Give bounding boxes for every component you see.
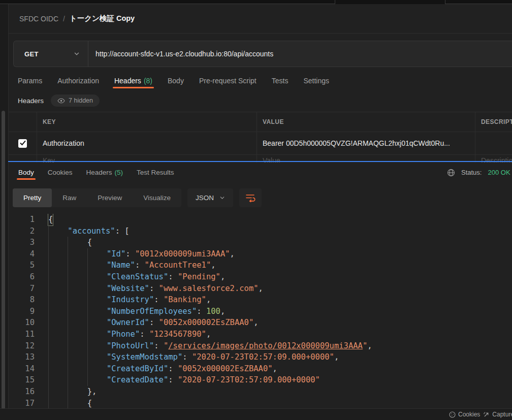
line-number: 5 <box>9 260 35 271</box>
response-tab-test-results[interactable]: Test Results <box>137 165 174 180</box>
response-tab-headers[interactable]: Headers (5) <box>86 165 123 180</box>
code-token: : <box>154 294 164 306</box>
indent-guide <box>48 351 68 363</box>
indent-guide <box>87 329 107 340</box>
code-line: 8"Industry": "Banking", <box>9 294 512 306</box>
cookies-button[interactable]: Cookies <box>449 411 480 418</box>
indent-guide <box>68 294 87 306</box>
code-token: "Industry" <box>107 294 154 306</box>
text-wrap-icon <box>245 193 255 202</box>
hidden-headers-toggle[interactable]: 7 hidden <box>51 94 100 107</box>
tab-settings[interactable]: Settings <box>303 73 329 88</box>
workspace-tab-bar[interactable] <box>0 0 512 4</box>
tab-params[interactable]: Params <box>18 73 42 88</box>
line-number: 1 <box>9 214 35 225</box>
tab-body[interactable]: Body <box>168 73 184 88</box>
header-value-cell[interactable]: Bearer 00D5h000005QVZG!ARMAQGL2hxj01qCWd… <box>257 132 475 154</box>
cookies-label: Cookies <box>458 411 480 418</box>
checkbox-checked[interactable] <box>18 139 27 148</box>
tab-authorization[interactable]: Authorization <box>57 73 99 88</box>
value-column-header: VALUE <box>257 112 475 132</box>
code-token: "2020-07-23T02:57:09.000+0000" <box>178 374 320 386</box>
method-selector[interactable]: GET <box>14 41 88 67</box>
code-token: : <box>168 374 178 386</box>
code-token: , <box>367 340 372 352</box>
indent-guide <box>68 306 87 317</box>
breadcrumb-collection[interactable]: SFDC OIDC <box>19 15 58 23</box>
headers-section-header: Headers 7 hidden <box>18 94 100 107</box>
tab-tests[interactable]: Tests <box>272 73 289 88</box>
code-token: : <box>154 340 164 352</box>
indent-guide <box>68 237 87 248</box>
headers-count-badge: (8) <box>144 77 152 85</box>
line-number: 8 <box>9 294 35 306</box>
status-bar: Cookies Capture requests <box>0 408 512 420</box>
header-description-cell[interactable] <box>475 132 512 154</box>
pane-resize-divider[interactable] <box>8 161 512 162</box>
globe-icon[interactable] <box>447 169 455 177</box>
indent-guide <box>48 283 68 295</box>
indent-guide <box>68 340 87 352</box>
indent-guide <box>87 248 107 260</box>
code-line: 17{ <box>9 398 512 409</box>
indent-guide <box>48 271 68 283</box>
view-pretty[interactable]: Pretty <box>13 188 52 207</box>
code-token: " <box>363 340 367 352</box>
format-label: JSON <box>196 194 214 202</box>
request-title[interactable]: トークン検証 Copy <box>70 14 135 23</box>
code-token: : <box>168 363 178 375</box>
line-number: 14 <box>9 363 35 375</box>
status-label: Status: <box>461 169 482 176</box>
line-number: 2 <box>9 225 35 237</box>
code-line: 13"SystemModstamp": "2020-07-23T02:57:09… <box>9 351 512 363</box>
code-token: "Name" <box>107 260 135 271</box>
indent-guide <box>68 283 87 295</box>
wrap-lines-button[interactable] <box>239 188 262 207</box>
capture-requests-button[interactable]: Capture requests <box>483 411 512 418</box>
response-tab-body[interactable]: Body <box>18 165 34 180</box>
code-token: : <box>140 329 149 340</box>
tab-headers[interactable]: Headers (8) <box>114 73 152 88</box>
code-token: : <box>182 351 192 363</box>
postman-app-window: SFDC OIDC / トークン検証 Copy GET http://accou… <box>0 0 512 420</box>
code-token: : [ <box>115 225 130 237</box>
indent-guide <box>48 386 68 398</box>
code-token: "0052x000002EsZBAA0" <box>178 363 273 375</box>
code-token: , <box>206 329 211 340</box>
format-selector[interactable]: JSON <box>187 188 233 207</box>
line-number: 16 <box>9 386 35 398</box>
indent-guide <box>68 386 87 398</box>
response-meta: Status: 200 OK <box>447 165 510 180</box>
view-preview[interactable]: Preview <box>87 188 133 207</box>
view-raw[interactable]: Raw <box>52 188 87 207</box>
vertical-scrollbar-thumb[interactable] <box>2 111 5 409</box>
description-column-header: DESCRIPTION <box>475 112 512 132</box>
code-token: : <box>135 260 145 271</box>
indent-guide <box>68 363 87 375</box>
code-token: "Phone" <box>107 329 140 340</box>
code-line: 9"NumberOfEmployees": 100, <box>9 306 512 317</box>
code-token: : <box>168 271 178 283</box>
tab-pre-request-script[interactable]: Pre-request Script <box>199 73 257 88</box>
indent-guide <box>87 317 107 329</box>
view-visualize[interactable]: Visualize <box>133 188 181 207</box>
response-tab-cookies[interactable]: Cookies <box>48 165 73 180</box>
code-line: 2"accounts": [ <box>9 225 512 237</box>
code-token: "0052x000002EsZBAA0" <box>159 317 254 329</box>
headers-section-title: Headers <box>18 97 44 105</box>
indent-guide <box>87 351 107 363</box>
indent-guide <box>68 351 87 363</box>
header-key-cell[interactable]: Authorization <box>37 132 257 154</box>
code-line: 10"OwnerId": "0052x000002EsZBAA0", <box>9 317 512 329</box>
indent-guide <box>48 374 68 386</box>
code-token: { <box>87 398 92 409</box>
code-token: , <box>273 363 277 375</box>
url-input[interactable]: http://account-sfdc-v1.us-e2.cloudhub.io… <box>88 50 273 58</box>
code-token: "Pending" <box>178 271 220 283</box>
code-token: , <box>334 351 339 363</box>
line-number: 9 <box>9 306 35 317</box>
line-number: 15 <box>9 374 35 386</box>
photo-url-link[interactable]: /services/images/photo/0012x000009umi3AA… <box>168 340 363 352</box>
code-token: , <box>253 317 258 329</box>
indent-guide <box>48 248 68 260</box>
